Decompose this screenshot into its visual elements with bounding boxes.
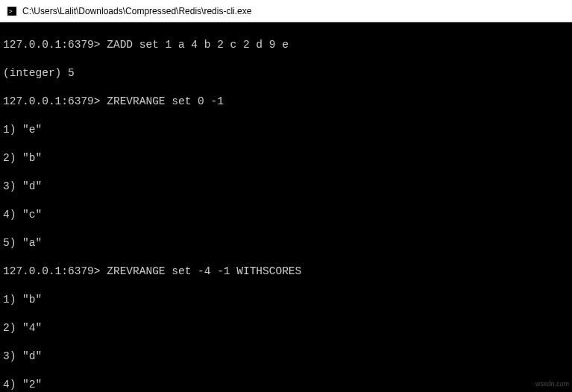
terminal-line: 1) "e": [3, 123, 569, 137]
terminal-line: 127.0.0.1:6379> ZREVRANGE set -4 -1 WITH…: [3, 265, 569, 279]
app-icon: >: [6, 5, 18, 17]
terminal-line: (integer) 5: [3, 66, 569, 80]
terminal-line: 3) "d": [3, 350, 569, 364]
terminal-line: 5) "a": [3, 236, 569, 250]
window-title: C:\Users\Lalit\Downloads\Compressed\Redi…: [22, 6, 251, 16]
terminal-line: 127.0.0.1:6379> ZREVRANGE set 0 -1: [3, 95, 569, 109]
terminal-line: 2) "b": [3, 151, 569, 165]
svg-text:>: >: [9, 8, 13, 15]
terminal-line: 4) "2": [3, 378, 569, 392]
watermark: wsxdn.com: [535, 380, 569, 388]
terminal-line: 127.0.0.1:6379> ZADD set 1 a 4 b 2 c 2 d…: [3, 38, 569, 52]
terminal-line: 1) "b": [3, 293, 569, 307]
terminal-line: 3) "d": [3, 180, 569, 194]
window-titlebar: > C:\Users\Lalit\Downloads\Compressed\Re…: [0, 0, 572, 22]
terminal-line: 4) "c": [3, 208, 569, 222]
terminal-line: 2) "4": [3, 321, 569, 335]
terminal-output[interactable]: 127.0.0.1:6379> ZADD set 1 a 4 b 2 c 2 d…: [0, 22, 572, 392]
